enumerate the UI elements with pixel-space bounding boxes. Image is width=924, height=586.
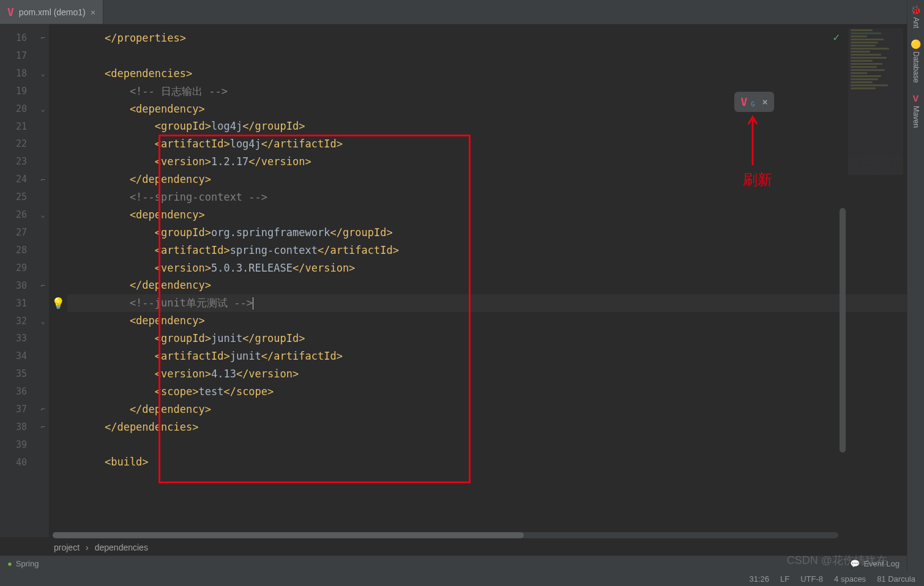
code-line[interactable]: <artifactId>junit</artifactId> (67, 347, 907, 365)
status-bar: 31:26 LF UTF-8 4 spaces 81 Darcula (0, 571, 924, 586)
spring-tool-button[interactable]: ● Spring (7, 559, 39, 568)
breadcrumb-dependencies[interactable]: dependencies (95, 543, 148, 552)
tool-window-bar: ● Spring 💬 Event Log (0, 555, 907, 571)
intention-bulb-icon[interactable]: 💡 (51, 297, 65, 310)
fold-marker[interactable]: ⌐ (37, 418, 49, 436)
line-number: 37 (0, 401, 27, 418)
fold-marker (37, 294, 49, 312)
fold-marker (37, 259, 49, 277)
maven-icon: V (913, 94, 918, 103)
line-number: 34 (0, 347, 27, 365)
close-icon[interactable]: × (91, 7, 95, 17)
vertical-scrollbar[interactable] (840, 208, 846, 453)
scrollbar-thumb[interactable] (53, 532, 524, 538)
code-line[interactable]: <scope>test</scope> (67, 383, 907, 401)
code-line[interactable]: <!--spring-context --> (67, 188, 907, 206)
fold-marker[interactable]: ⌐ (37, 29, 49, 47)
line-number: 20 (0, 100, 27, 118)
code-line[interactable]: <dependency> (67, 312, 907, 330)
fold-marker[interactable]: ⌄ (37, 100, 49, 118)
code-line[interactable]: </properties> (67, 29, 907, 47)
code-line[interactable]: <groupId>junit</groupId> (67, 330, 907, 347)
line-number: 35 (0, 365, 27, 383)
code-line[interactable]: <version>5.0.3.RELEASE</version> (67, 259, 907, 277)
code-line[interactable]: <dependency> (67, 100, 907, 118)
minimap[interactable] (848, 28, 903, 175)
line-number: 39 (0, 436, 27, 454)
line-number: 22 (0, 135, 27, 153)
fold-marker (37, 224, 49, 242)
line-number: 23 (0, 153, 27, 171)
code-line[interactable] (67, 436, 907, 453)
fold-marker (37, 347, 49, 365)
watermark: CSDN @花伤情犹在 (787, 553, 887, 568)
ant-tool-button[interactable]: 🐞 Ant (911, 5, 921, 28)
line-number: 33 (0, 330, 27, 347)
fold-marker (37, 436, 49, 453)
chevron-right-icon: › (86, 543, 89, 552)
fold-marker[interactable]: ⌐ (37, 276, 49, 294)
fold-marker (37, 188, 49, 206)
code-line[interactable]: </dependency> (67, 401, 907, 418)
code-line[interactable]: <build> (67, 453, 907, 471)
database-tool-button[interactable]: 🟡 Database (911, 39, 921, 83)
code-line[interactable]: </dependency> (67, 276, 907, 294)
line-number: 40 (0, 454, 27, 472)
code-line[interactable] (67, 47, 907, 65)
fold-marker (37, 153, 49, 171)
breadcrumb-project[interactable]: project (54, 543, 80, 552)
maven-reload-popup[interactable]: V G × (734, 92, 774, 112)
line-number: 38 (0, 418, 27, 436)
fold-marker (37, 383, 49, 401)
cursor-position[interactable]: 31:26 (750, 574, 770, 584)
fold-marker (37, 47, 49, 65)
maven-tool-button[interactable]: V Maven (912, 94, 920, 128)
fold-marker[interactable]: ⌄ (37, 65, 49, 83)
code-line[interactable]: </dependency> (67, 171, 907, 188)
line-number: 18 (0, 65, 27, 83)
code-line[interactable]: <!--junit单元测试 --> (67, 294, 907, 312)
code-line[interactable]: <artifactId>spring-context</artifactId> (67, 242, 907, 259)
code-line[interactable]: <version>1.2.17</version> (67, 153, 907, 171)
breadcrumb[interactable]: project › dependencies (54, 540, 148, 555)
fold-marker (37, 453, 49, 471)
code-line[interactable]: </dependencies> (67, 418, 907, 436)
code-line[interactable]: <groupId>org.springframework</groupId> (67, 224, 907, 242)
editor-tab[interactable]: V pom.xml (demo1) × (0, 0, 103, 24)
code-line[interactable]: <!-- 日志输出 --> (67, 83, 907, 100)
theme-indicator[interactable]: 81 Darcula (877, 574, 915, 584)
tab-label: pom.xml (demo1) (19, 7, 86, 17)
horizontal-scrollbar[interactable] (53, 532, 838, 538)
tab-bar: V pom.xml (demo1) × (0, 0, 924, 24)
code-line[interactable]: <version>4.13</version> (67, 365, 907, 383)
code-line[interactable]: <dependencies> (67, 65, 907, 83)
database-label: Database (912, 51, 920, 83)
right-tool-sidebar: 🐞 Ant 🟡 Database V Maven (907, 0, 924, 586)
fold-marker[interactable]: ⌄ (37, 206, 49, 224)
line-number: 29 (0, 259, 27, 277)
file-encoding[interactable]: UTF-8 (800, 574, 823, 584)
indent-settings[interactable]: 4 spaces (834, 574, 866, 584)
close-icon[interactable]: × (762, 96, 768, 108)
code-line[interactable]: <artifactId>log4j</artifactId> (67, 135, 907, 153)
maven-label: Maven (912, 106, 920, 128)
spring-icon: ● (7, 559, 12, 568)
line-number: 26 (0, 206, 27, 224)
code-line[interactable]: <groupId>log4j</groupId> (67, 117, 907, 135)
maven-file-icon: V (7, 6, 14, 18)
fold-marker[interactable]: ⌐ (37, 171, 49, 188)
code-area[interactable]: </properties> <dependencies> <!-- 日志输出 -… (67, 24, 907, 537)
reload-subscript-icon: G (751, 101, 754, 108)
fold-marker (37, 330, 49, 347)
fold-marker[interactable]: ⌄ (37, 312, 49, 330)
code-line[interactable]: <dependency> (67, 206, 907, 224)
inspection-ok-icon[interactable]: ✓ (833, 31, 840, 43)
line-number: 32 (0, 313, 27, 330)
fold-marker (37, 117, 49, 135)
fold-marker[interactable]: ⌐ (37, 401, 49, 418)
line-number: 30 (0, 277, 27, 295)
fold-marker (37, 242, 49, 259)
line-number: 25 (0, 188, 27, 206)
line-number: 21 (0, 118, 27, 136)
line-separator[interactable]: LF (780, 574, 789, 584)
